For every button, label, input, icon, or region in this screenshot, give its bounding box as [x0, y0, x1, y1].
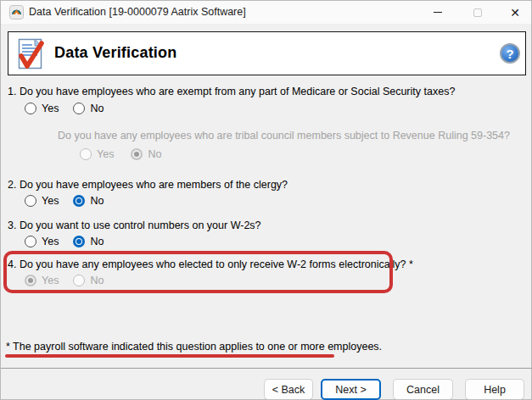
question-2-yes-radio[interactable]: Yes [25, 195, 59, 207]
back-button[interactable]: < Back [264, 379, 313, 400]
question-4-text: 4. Do you have any employees who elected… [8, 258, 413, 270]
page-title: Data Verification [54, 44, 176, 62]
question-2-options: Yes No [25, 195, 118, 207]
radio-checked-disabled-icon [131, 148, 143, 160]
radio-label: Yes [42, 275, 59, 286]
radio-label: No [90, 275, 104, 286]
radio-unchecked-icon [25, 103, 36, 114]
radio-label: Yes [97, 148, 114, 160]
data-verification-dialog: Data Verification [19-0000079 Aatrix Sof… [0, 0, 532, 400]
question-4-no-radio: No [73, 275, 104, 286]
question-2-text: 2. Do you have employees who are members… [8, 179, 288, 191]
question-2-no-radio[interactable]: No [73, 195, 104, 207]
title-bar: Data Verification [19-0000079 Aatrix Sof… [1, 1, 531, 24]
sub-question-options: Yes No [80, 148, 176, 160]
cancel-button[interactable]: Cancel [393, 379, 453, 400]
radio-unchecked-icon [25, 195, 36, 207]
radio-label: No [90, 236, 104, 247]
aatrix-app-icon [9, 5, 24, 19]
radio-label: Yes [42, 195, 59, 207]
question-4-yes-radio: Yes [25, 275, 59, 286]
radio-label: No [90, 103, 104, 114]
close-button[interactable]: ✕ [500, 1, 530, 24]
help-button[interactable]: Help [465, 379, 524, 400]
radio-unchecked-icon [25, 236, 36, 247]
question-1-yes-radio[interactable]: Yes [25, 103, 59, 114]
radio-checked-icon [73, 236, 85, 247]
radio-checked-icon [73, 195, 85, 207]
sub-question-no-radio: No [131, 148, 161, 160]
radio-unchecked-disabled-icon [73, 275, 85, 286]
question-3-yes-radio[interactable]: Yes [25, 236, 59, 247]
close-icon: ✕ [510, 6, 520, 19]
question-4-options: Yes No [25, 275, 118, 286]
annotation-highlight-box [3, 251, 393, 293]
radio-label: No [90, 195, 104, 207]
document-check-icon [18, 38, 45, 70]
sub-question-yes-radio: Yes [80, 148, 114, 160]
radio-unchecked-disabled-icon [80, 148, 92, 160]
question-3-options: Yes No [25, 236, 118, 247]
minimize-icon [434, 12, 442, 13]
question-1-text: 1. Do you have employees who are exempt … [8, 86, 455, 97]
question-3-no-radio[interactable]: No [73, 236, 104, 247]
window-title: Data Verification [19-0000079 Aatrix Sof… [29, 6, 246, 18]
next-button[interactable]: Next > [321, 379, 381, 400]
question-1-options: Yes No [25, 103, 118, 114]
radio-label: Yes [42, 236, 59, 247]
maximize-button [462, 1, 493, 24]
annotation-underline [5, 354, 334, 358]
question-3-text: 3. Do you want to use control numbers on… [8, 219, 261, 231]
question-1-no-radio[interactable]: No [73, 103, 104, 114]
radio-checked-disabled-icon [25, 275, 36, 286]
help-question-icon[interactable]: ? [500, 43, 520, 64]
header-banner: Data Verification ? [8, 31, 526, 75]
radio-label: No [148, 148, 161, 160]
divider-line [1, 368, 532, 369]
maximize-icon [473, 8, 482, 17]
footnote-text: * The payroll software indicated this qu… [6, 341, 382, 353]
radio-label: Yes [42, 103, 59, 114]
minimize-button[interactable] [423, 1, 453, 24]
radio-unchecked-icon [73, 103, 85, 114]
sub-question-text: Do you have any employees who are tribal… [58, 130, 510, 142]
